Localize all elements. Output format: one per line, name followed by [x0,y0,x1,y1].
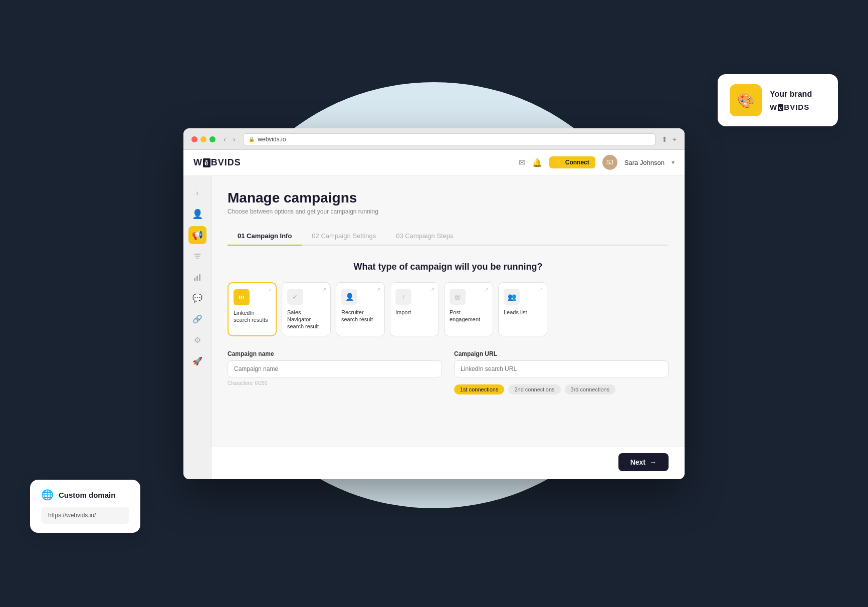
sales-nav-label: Sales Navigator search result [287,309,325,330]
brand-icon: 🎨 [730,84,762,116]
browser-dots [191,136,215,142]
brand-card-title: Your brand [770,90,812,99]
user-name[interactable]: Sara Johnson [624,159,665,166]
nav-forward[interactable]: › [231,134,238,144]
campaign-question: What type of campaign will you be runnin… [228,262,669,272]
tag-1st-connections[interactable]: 1st connections [454,384,504,394]
browser-actions: ⬆ + [662,135,677,143]
app-header: WēBVIDS ✉ 🔔 ⚡ Connect SJ Sara Johnson ▾ [183,150,685,176]
brand-logo: WēBVIDS [770,103,812,111]
globe-icon: 🌐 [41,489,54,501]
connection-tags: 1st connections 2nd connections 3rd conn… [454,384,669,394]
recruiter-icon: 👤 [341,289,357,305]
brand-info: Your brand WēBVIDS [770,90,812,111]
campaign-card-import[interactable]: ↗ ↑ Import [390,282,439,337]
connect-button[interactable]: ⚡ Connect [549,156,595,168]
campaign-url-label: Campaign URL [454,350,669,357]
next-arrow-icon: → [649,458,657,466]
post-engagement-label: Post engagement [450,309,488,323]
campaign-url-group: Campaign URL 1st connections 2nd connect… [454,350,669,394]
leads-list-label: Leads list [504,309,527,316]
avatar: SJ [602,155,617,170]
domain-header: 🌐 Custom domain [41,489,129,501]
share-icon[interactable]: ⬆ [662,135,668,143]
sidebar-item-links[interactable]: 🔗 [188,310,206,328]
campaign-url-input[interactable] [454,360,669,377]
linkedin-label: LinkedIn search results [234,309,271,324]
brand-card: 🎨 Your brand WēBVIDS [718,74,838,126]
external-icon: ↗ [485,287,489,292]
browser-chrome: ‹ › 🔒 webvids.io ⬆ + [183,128,685,150]
nav-back[interactable]: ‹ [222,134,228,144]
external-icon: ↗ [322,287,326,292]
mail-icon[interactable]: ✉ [519,158,525,167]
tab-campaign-settings[interactable]: 02 Campaign Settings [302,227,386,246]
tag-3rd-connections[interactable]: 3rd connections [565,384,616,394]
tag-2nd-connections[interactable]: 2nd connections [508,384,560,394]
main-content: Manage campaigns Choose between options … [211,176,685,447]
campaign-name-label: Campaign name [228,350,442,357]
new-tab-icon[interactable]: + [673,135,677,143]
domain-url: https://webvids.io/ [41,507,129,524]
bell-icon[interactable]: 🔔 [532,158,542,167]
external-icon: ↗ [268,287,272,293]
campaign-name-group: Campaign name Characters: 0/250 [228,350,442,394]
sales-nav-icon: ✓ [287,289,303,305]
svg-rect-1 [196,276,198,281]
domain-card-title: Custom domain [59,491,115,499]
domain-card: 🌐 Custom domain https://webvids.io/ [30,480,140,533]
browser-nav: ‹ › [222,134,237,144]
sidebar-toggle[interactable]: › [188,184,206,202]
campaign-name-input[interactable] [228,360,442,377]
lock-icon: 🔒 [249,136,255,142]
sidebar-item-settings[interactable]: ⚙ [188,331,206,349]
campaign-name-hint: Characters: 0/250 [228,380,442,386]
svg-rect-0 [194,278,195,281]
external-icon: ↗ [539,287,543,292]
campaign-card-linkedin[interactable]: ↗ in LinkedIn search results [228,282,277,337]
sidebar-item-launch[interactable]: 🚀 [188,352,206,370]
linkedin-icon: in [234,289,250,305]
close-dot[interactable] [191,136,197,142]
maximize-dot[interactable] [209,136,215,142]
sidebar-item-campaigns[interactable]: 📢 [188,226,206,244]
recruiter-label: Recruiter search result [341,309,379,323]
external-icon: ↗ [430,287,435,292]
url-text: webvids.io [258,136,286,143]
header-right: ✉ 🔔 ⚡ Connect SJ Sara Johnson ▾ [519,155,675,170]
bottom-bar: Next → [211,447,685,479]
sidebar: › 👤 📢 💬 🔗 ⚙ 🚀 [183,176,211,479]
campaign-card-post-engagement[interactable]: ↗ ◎ Post engagement [444,282,493,337]
next-button[interactable]: Next → [618,453,669,471]
tab-campaign-steps[interactable]: 03 Campaign Steps [386,227,463,246]
leads-list-icon: 👥 [504,289,520,305]
sidebar-item-filter[interactable] [188,247,206,265]
page-title: Manage campaigns [228,190,669,206]
sidebar-item-users[interactable]: 👤 [188,205,206,223]
tab-campaign-info[interactable]: 01 Campaign Info [228,227,302,246]
next-label: Next [630,458,645,466]
import-label: Import [395,309,411,316]
sidebar-item-chat[interactable]: 💬 [188,289,206,307]
campaign-card-leads-list[interactable]: ↗ 👥 Leads list [498,282,547,337]
import-icon: ↑ [395,289,411,305]
form-row: Campaign name Characters: 0/250 Campaign… [228,350,669,394]
svg-rect-2 [199,274,200,281]
stepper: 01 Campaign Info 02 Campaign Settings 03… [228,227,669,246]
connect-icon: ⚡ [555,159,563,166]
campaign-types: ↗ in LinkedIn search results ↗ ✓ Sales N… [228,282,669,337]
campaign-card-recruiter[interactable]: ↗ 👤 Recruiter search result [336,282,385,337]
campaign-card-sales-nav[interactable]: ↗ ✓ Sales Navigator search result [282,282,331,337]
user-chevron-icon[interactable]: ▾ [672,159,675,166]
address-bar[interactable]: 🔒 webvids.io [243,133,655,145]
minimize-dot[interactable] [200,136,206,142]
app-body: › 👤 📢 💬 🔗 ⚙ 🚀 Manag [183,176,685,479]
external-icon: ↗ [376,287,380,292]
page-subtitle: Choose between options and get your camp… [228,208,669,215]
browser-window: ‹ › 🔒 webvids.io ⬆ + WēBVIDS ✉ 🔔 ⚡ Conne… [183,128,685,479]
logo: WēBVIDS [193,157,519,168]
sidebar-item-analytics[interactable] [188,268,206,286]
post-engagement-icon: ◎ [450,289,466,305]
